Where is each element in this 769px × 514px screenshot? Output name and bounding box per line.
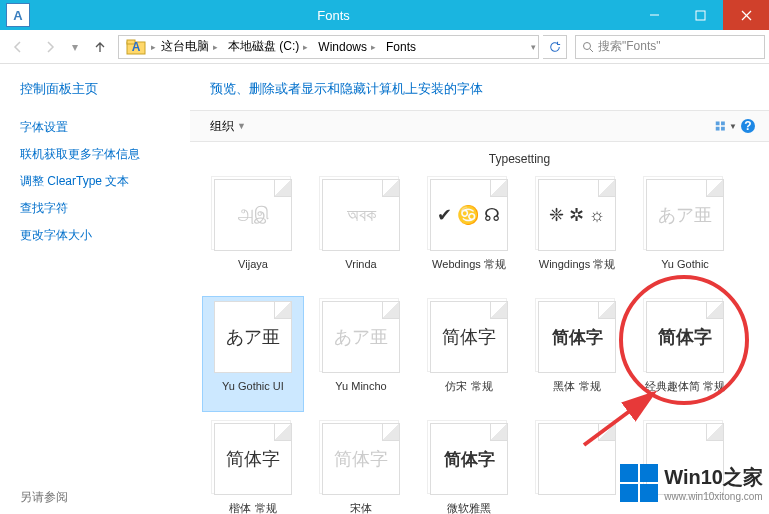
font-name: Wingdings 常规 [539,257,615,285]
breadcrumb-item[interactable]: 本地磁盘 (C:)▸ [223,36,313,58]
control-panel-home-link[interactable]: 控制面板主页 [20,80,189,98]
breadcrumb[interactable]: A ▸ 这台电脑▸ 本地磁盘 (C:)▸ Windows▸ Fonts ▾ [118,35,539,59]
font-item[interactable]: 简体字楷体 常规 [202,418,304,514]
window-title: Fonts [36,8,631,23]
view-options-button[interactable]: ▼ [715,115,737,137]
breadcrumb-item[interactable]: 这台电脑▸ [156,36,223,58]
sidebar-link[interactable]: 联机获取更多字体信息 [20,141,189,168]
font-item[interactable]: 简体字宋体 [310,418,412,514]
font-item[interactable]: অবকVrinda [310,174,412,290]
font-grid: Typesetting அஇVijayaঅবকVrinda✔ ♋ ☊Webdin… [190,142,769,514]
font-name: 黑体 常规 [553,379,600,407]
maximize-button[interactable] [677,0,723,30]
breadcrumb-item[interactable]: Windows▸ [313,36,381,58]
svg-line-8 [590,49,593,52]
organize-button[interactable]: 组织 ▼ [200,114,256,139]
font-preview: অবক [322,179,400,251]
sidebar-link[interactable]: 更改字体大小 [20,222,189,249]
svg-rect-12 [721,127,725,131]
font-name: 宋体 [350,501,372,514]
help-button[interactable]: ? [737,115,759,137]
font-name: 仿宋 常规 [445,379,492,407]
search-placeholder: 搜索"Fonts" [598,38,661,55]
svg-text:A: A [132,40,141,54]
folder-icon: A [125,36,147,58]
font-item[interactable]: அஇVijaya [202,174,304,290]
font-item[interactable]: 简体字黑体 常规 [526,296,628,412]
toolbar: 组织 ▼ ▼ ? [190,110,769,142]
svg-rect-10 [721,121,725,125]
font-name: Yu Mincho [335,379,386,407]
font-item[interactable]: あア亜Yu Gothic [634,174,736,290]
sidebar-link[interactable]: 查找字符 [20,195,189,222]
watermark: Win10之家 www.win10xitong.com [620,464,763,502]
font-preview: 简体字 [430,301,508,373]
font-item[interactable]: あア亜Yu Gothic UI [202,296,304,412]
font-item[interactable]: ❈ ✲ ☼Wingdings 常规 [526,174,628,290]
font-name: Webdings 常规 [432,257,506,285]
font-item[interactable] [526,418,628,514]
font-name: Vrinda [345,257,376,285]
svg-rect-11 [716,127,720,131]
dropdown-icon[interactable]: ▾ [531,42,536,52]
minimize-button[interactable] [631,0,677,30]
font-item[interactable]: 简体字仿宋 常规 [418,296,520,412]
sidebar-link[interactable]: 调整 ClearType 文本 [20,168,189,195]
font-item[interactable]: 简体字经典趣体简 常规 [634,296,736,412]
close-button[interactable] [723,0,769,30]
navbar: ▾ A ▸ 这台电脑▸ 本地磁盘 (C:)▸ Windows▸ Fonts ▾ … [0,30,769,64]
search-input[interactable]: 搜索"Fonts" [575,35,765,59]
font-item[interactable]: ✔ ♋ ☊Webdings 常规 [418,174,520,290]
up-button[interactable] [86,33,114,61]
font-preview: 简体字 [646,301,724,373]
font-preview: ❈ ✲ ☼ [538,179,616,251]
font-item[interactable]: 简体字微软雅黑 [418,418,520,514]
font-name: 经典趣体简 常规 [645,379,725,407]
back-button[interactable] [4,33,32,61]
font-preview: அஇ [214,179,292,251]
font-item[interactable]: あア亜Yu Mincho [310,296,412,412]
watermark-title: Win10之家 [664,464,763,491]
font-preview: あア亜 [322,301,400,373]
font-preview: 简体字 [538,301,616,373]
font-name: 微软雅黑 [447,501,491,514]
titlebar: A Fonts [0,0,769,30]
app-icon: A [6,3,30,27]
font-name: Yu Gothic UI [222,379,284,407]
see-also-label: 另请参阅 [20,489,68,506]
watermark-url: www.win10xitong.com [664,491,763,502]
sidebar-link[interactable]: 字体设置 [20,114,189,141]
font-name: 楷体 常规 [229,501,276,514]
history-dropdown[interactable]: ▾ [68,33,82,61]
svg-text:?: ? [744,119,751,133]
page-title: 预览、删除或者显示和隐藏计算机上安装的字体 [190,64,769,110]
font-name: Vijaya [238,257,268,285]
breadcrumb-item[interactable]: Fonts [381,36,421,58]
section-label: Typesetting [282,152,757,166]
search-icon [582,41,594,53]
svg-rect-9 [716,121,720,125]
forward-button [36,33,64,61]
font-preview: 简体字 [322,423,400,495]
sidebar: 控制面板主页 字体设置 联机获取更多字体信息 调整 ClearType 文本 查… [0,64,190,514]
font-name: Yu Gothic [661,257,709,285]
font-preview: 简体字 [430,423,508,495]
font-preview: ✔ ♋ ☊ [430,179,508,251]
svg-point-7 [584,42,591,49]
font-preview [538,423,616,495]
font-preview: あア亜 [214,301,292,373]
windows-logo-icon [620,464,658,502]
font-preview: 简体字 [214,423,292,495]
font-preview: あア亜 [646,179,724,251]
content-area: 预览、删除或者显示和隐藏计算机上安装的字体 组织 ▼ ▼ ? Typesetti… [190,64,769,514]
refresh-button[interactable] [543,35,567,59]
svg-rect-1 [696,11,705,20]
